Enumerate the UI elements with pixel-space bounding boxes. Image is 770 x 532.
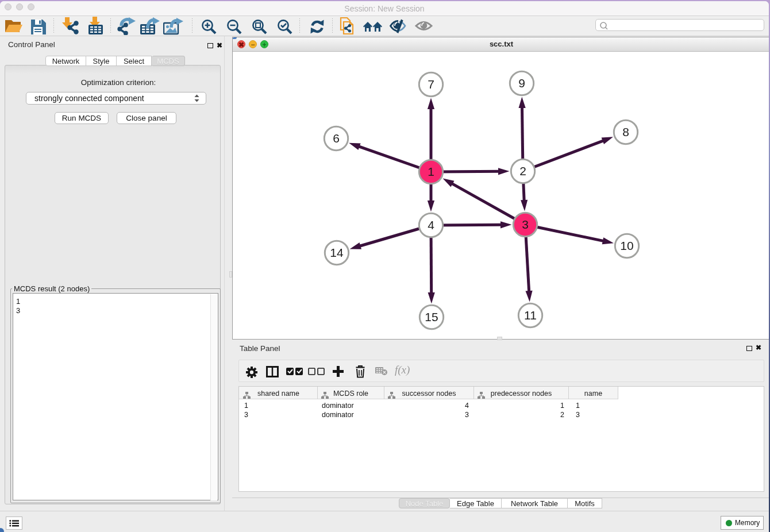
svg-text:4: 4 <box>428 218 434 232</box>
svg-text:14: 14 <box>330 246 344 259</box>
svg-text:8: 8 <box>622 125 629 138</box>
svg-text:2: 2 <box>519 164 526 178</box>
svg-text:3: 3 <box>522 218 529 231</box>
svg-text:11: 11 <box>524 309 537 322</box>
svg-text:9: 9 <box>518 76 525 90</box>
svg-text:6: 6 <box>333 132 340 145</box>
svg-text:1: 1 <box>428 165 434 178</box>
svg-text:15: 15 <box>425 310 438 323</box>
svg-text:10: 10 <box>620 239 633 252</box>
svg-text:7: 7 <box>428 78 434 91</box>
